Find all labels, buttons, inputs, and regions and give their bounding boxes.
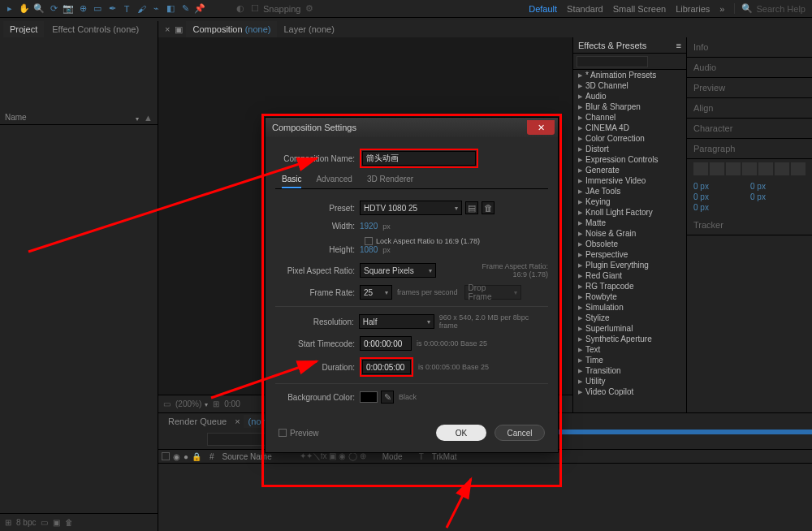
effects-category-item[interactable]: 3D Channel	[573, 80, 686, 91]
effects-category-item[interactable]: Time	[573, 355, 686, 365]
effects-category-item[interactable]: Immersive Video	[573, 175, 686, 186]
project-new-comp-icon[interactable]: ▣	[53, 518, 60, 527]
project-col-name[interactable]: Name	[5, 113, 132, 122]
selection-tool-icon[interactable]: ▸	[3, 2, 16, 15]
effects-category-item[interactable]: Synthetic Aperture	[573, 334, 686, 344]
timeline-col-trkmat[interactable]: TrkMat	[432, 452, 457, 461]
camera-tool-icon[interactable]: 📷	[62, 2, 75, 15]
effects-category-item[interactable]: Text	[573, 344, 686, 355]
help-search[interactable]: 🔍 Search Help	[734, 3, 806, 14]
anchor-tool-icon[interactable]: ⊕	[76, 2, 89, 15]
project-interpret-icon[interactable]: ⊞	[5, 518, 11, 527]
para-indent-right[interactable]: 0 px	[750, 182, 806, 191]
type-tool-icon[interactable]: T	[120, 2, 133, 15]
panel-tracker[interactable]: Tracker	[687, 215, 812, 235]
para-justify-left-icon[interactable]	[742, 162, 757, 175]
workspace-small-screen[interactable]: Small Screen	[613, 4, 666, 14]
workspace-default[interactable]: Default	[529, 4, 557, 14]
par-select[interactable]: Square Pixels	[360, 263, 436, 278]
effects-category-item[interactable]: Channel	[573, 112, 686, 123]
workspace-libraries[interactable]: Libraries	[676, 4, 710, 14]
effects-category-item[interactable]: Red Giant	[573, 270, 686, 281]
dialog-tab-advanced[interactable]: Advanced	[316, 175, 352, 188]
viewer-time[interactable]: 0:00	[224, 399, 240, 408]
snapping-toggle-icon[interactable]: ☐	[248, 2, 261, 15]
workspace-standard[interactable]: Standard	[567, 4, 603, 14]
timeline-col-lock-icon[interactable]: 🔒	[192, 452, 201, 461]
tab-project[interactable]: Project	[3, 21, 44, 37]
snapping-label[interactable]: Snapping	[263, 2, 301, 15]
close-icon[interactable]: ×	[165, 24, 170, 34]
pen-tool-icon[interactable]: ✒	[106, 2, 119, 15]
effects-category-item[interactable]: CINEMA 4D	[573, 123, 686, 133]
lock-aspect-checkbox[interactable]	[365, 237, 373, 245]
workspace-more-icon[interactable]: »	[719, 4, 724, 14]
para-align-center-icon[interactable]	[710, 162, 724, 175]
mask-mode-icon[interactable]: ◐	[234, 2, 247, 15]
effects-category-item[interactable]: Obsolete	[573, 239, 686, 249]
resolution-select[interactable]: Half	[359, 314, 434, 329]
tab-effect-controls[interactable]: Effect Controls (none)	[45, 21, 145, 37]
panel-audio[interactable]: Audio	[687, 58, 812, 78]
timeline-col-mode[interactable]: Mode	[382, 452, 403, 461]
dialog-tab-3d-renderer[interactable]: 3D Renderer	[367, 175, 413, 188]
effects-category-item[interactable]: Utility	[573, 376, 686, 386]
effects-category-item[interactable]: Color Correction	[573, 133, 686, 144]
ok-button[interactable]: OK	[436, 425, 486, 441]
effects-category-item[interactable]: Video Copilot	[573, 386, 686, 397]
hand-tool-icon[interactable]: ✋	[18, 2, 31, 15]
para-space-after[interactable]: 0 px	[693, 203, 749, 212]
effects-search-input[interactable]	[577, 56, 648, 67]
height-value[interactable]: 1080	[360, 245, 378, 254]
bgcolor-swatch[interactable]	[360, 391, 378, 403]
clone-tool-icon[interactable]: ⌁	[149, 2, 162, 15]
effects-category-item[interactable]: JAe Tools	[573, 186, 686, 196]
para-align-right-icon[interactable]	[726, 162, 741, 175]
zoom-tool-icon[interactable]: 🔍	[32, 2, 45, 15]
effects-category-item[interactable]: Generate	[573, 165, 686, 175]
brush-tool-icon[interactable]: 🖌	[135, 2, 148, 15]
viewer-zoom-value[interactable]: (200%)	[175, 399, 208, 408]
para-space-before[interactable]: 0 px	[750, 192, 806, 201]
effects-category-item[interactable]: Blur & Sharpen	[573, 101, 686, 112]
snap-opts-icon[interactable]: ⚙	[303, 2, 316, 15]
effects-category-item[interactable]: Expression Controls	[573, 154, 686, 165]
dialog-tab-basic[interactable]: Basic	[282, 175, 301, 188]
effects-category-item[interactable]: Transition	[573, 365, 686, 376]
panel-character[interactable]: Character	[687, 119, 812, 139]
project-col-sort-icon[interactable]	[132, 113, 139, 123]
panel-menu-icon[interactable]: ≡	[676, 41, 681, 50]
effects-category-item[interactable]: Audio	[573, 91, 686, 101]
timeline-col-solo-icon[interactable]: ●	[184, 452, 188, 461]
para-indent-first[interactable]: 0 px	[693, 192, 749, 201]
timeline-col-source-name[interactable]: Source Name	[222, 452, 272, 461]
timeline-col-audio-icon[interactable]: ◉	[173, 452, 180, 461]
effects-category-item[interactable]: Knoll Light Factory	[573, 207, 686, 218]
panel-paragraph[interactable]: Paragraph	[687, 139, 812, 159]
tab-render-queue[interactable]: Render Queue	[163, 415, 231, 428]
eraser-tool-icon[interactable]: ◧	[164, 2, 177, 15]
para-align-left-icon[interactable]	[693, 162, 708, 175]
comp-name-input[interactable]	[362, 151, 476, 166]
framerate-select[interactable]: 25	[360, 285, 392, 300]
puppet-tool-icon[interactable]: 📌	[193, 2, 206, 15]
dialog-titlebar[interactable]: Composition Settings ✕	[266, 118, 558, 137]
preset-delete-icon[interactable]: 🗑	[482, 201, 495, 214]
para-indent-left[interactable]: 0 px	[693, 182, 749, 191]
eyedropper-icon[interactable]: ✎	[381, 391, 394, 404]
preset-save-icon[interactable]: ▤	[465, 201, 478, 214]
effects-category-item[interactable]: Simulation	[573, 302, 686, 313]
effects-category-item[interactable]: Perspective	[573, 249, 686, 260]
para-justify-center-icon[interactable]	[758, 162, 773, 175]
rotate-tool-icon[interactable]: ⟳	[47, 2, 60, 15]
effects-category-item[interactable]: Matte	[573, 218, 686, 228]
project-trash-icon[interactable]: 🗑	[65, 518, 73, 527]
para-justify-all-icon[interactable]	[791, 162, 806, 175]
tab-composition[interactable]: Composition (none)	[186, 21, 277, 37]
width-value[interactable]: 1920	[360, 222, 378, 231]
effects-category-item[interactable]: * Animation Presets	[573, 70, 686, 80]
panel-align[interactable]: Align	[687, 98, 812, 119]
viewer-zoom-icon[interactable]: ▭	[163, 399, 171, 408]
effects-category-item[interactable]: Stylize	[573, 313, 686, 323]
shape-tool-icon[interactable]: ▭	[91, 2, 104, 15]
